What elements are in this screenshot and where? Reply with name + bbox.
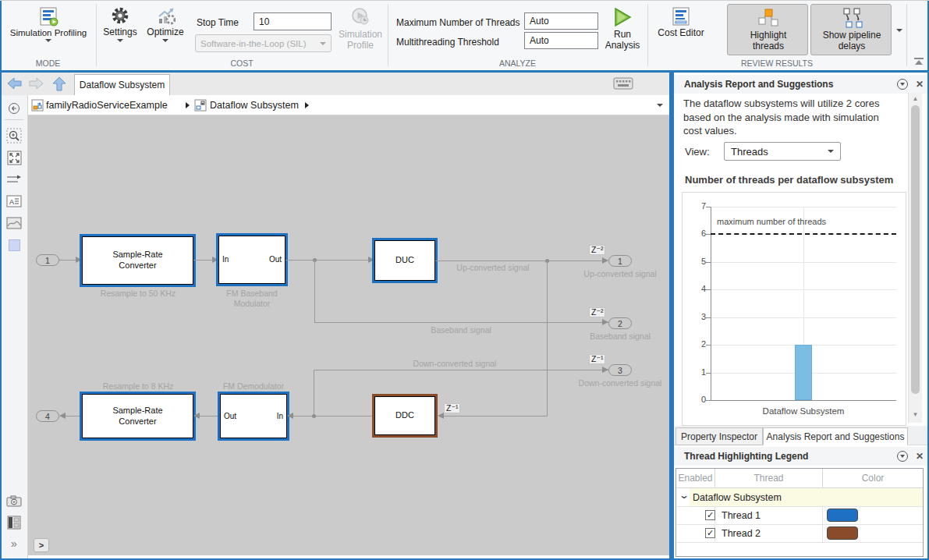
screenshot-tool[interactable] — [6, 493, 22, 509]
breadcrumb-item-subsystem[interactable]: Dataflow Subsystem — [210, 100, 299, 111]
report-scrollbar[interactable]: ▲ ▼ — [908, 93, 922, 423]
signal-line[interactable] — [285, 260, 374, 261]
legend-row-thread-2[interactable]: ✓ Thread 2 — [676, 524, 923, 542]
fit-to-view-tool[interactable] — [6, 150, 22, 165]
outport-2[interactable]: 2 — [608, 317, 632, 329]
breadcrumb-dropdown-caret[interactable] — [657, 104, 663, 107]
threshold-input[interactable] — [524, 32, 598, 49]
viewmarks-tool[interactable] — [6, 515, 22, 530]
outport-1[interactable]: 1 — [608, 255, 632, 267]
camera-icon — [6, 495, 22, 507]
group-expand-chevron[interactable]: ⌄ — [679, 490, 690, 501]
analyze-section-label: ANALYZE — [388, 58, 647, 68]
outport-4-number: 4 — [45, 412, 50, 421]
navigate-back-button[interactable] — [6, 76, 23, 90]
tab-property-inspector[interactable]: Property Inspector — [675, 427, 763, 445]
tab-dataflow-subsystem[interactable]: Dataflow Subsystem — [74, 74, 170, 95]
breadcrumb-chevron[interactable] — [186, 102, 190, 108]
legend-group-row[interactable]: ⌄ Dataflow Subsystem — [676, 488, 923, 506]
annotation-tool[interactable]: A — [6, 193, 22, 209]
cost-editor-button[interactable]: Cost Editor — [654, 6, 708, 39]
stop-time-input[interactable] — [254, 12, 332, 30]
delay-badge: Z⁻² — [589, 307, 605, 317]
thread-2-enabled-checkbox[interactable]: ✓ — [705, 528, 715, 538]
outport-4[interactable]: 4 — [36, 410, 59, 422]
inport-1[interactable]: 1 — [36, 254, 59, 266]
block-caption: Resample to 50 KHz — [101, 289, 176, 298]
block-ddc[interactable]: DDC — [374, 396, 435, 435]
console-prompt-button[interactable]: > — [34, 538, 49, 552]
signal-line[interactable] — [66, 416, 82, 416]
signal-line[interactable] — [314, 370, 314, 416]
signal-line[interactable] — [200, 416, 220, 416]
delay-badge: Z⁻¹ — [444, 403, 460, 413]
hide-browser-button[interactable] — [6, 101, 22, 116]
block-sample-rate-converter-2[interactable]: Sample-Rate Converter — [82, 394, 193, 438]
navigate-up-button[interactable] — [51, 76, 67, 92]
panel-menu-button[interactable] — [897, 79, 908, 90]
show-pipeline-delays-button[interactable]: Show pipeline delays — [810, 4, 892, 55]
signal-line[interactable] — [314, 322, 608, 323]
breadcrumb-item-model[interactable]: familyRadioServiceExample — [46, 100, 168, 111]
cost-section-label: COST — [96, 58, 388, 68]
tab-analysis-report[interactable]: Analysis Report and Suggestions — [763, 427, 908, 445]
keyboard-shortcuts-button[interactable] — [613, 77, 633, 90]
line-arrowhead — [368, 257, 374, 263]
line-arrowhead — [212, 257, 218, 263]
collapse-ribbon-button[interactable] — [913, 58, 924, 67]
column-header-enabled[interactable]: Enabled — [676, 469, 714, 488]
diagram-canvas[interactable]: 1 Sample-Rate Converter Resample to 50 K… — [28, 115, 669, 555]
thread-legend-title: Thread Highlighting Legend — [684, 451, 808, 462]
scrollbar-thumb[interactable] — [911, 105, 920, 394]
area-box-tool[interactable] — [6, 237, 22, 253]
block-fm-demodulator[interactable]: Out In — [220, 394, 287, 438]
max-threads-label: Maximum Number of Threads — [396, 17, 520, 28]
scroll-down-button[interactable]: ▼ — [910, 411, 920, 418]
breadcrumb-chevron[interactable] — [305, 102, 309, 108]
scroll-up-button[interactable]: ▲ — [910, 95, 920, 102]
simulation-profile-button[interactable]: Simulation Profile — [337, 6, 384, 51]
block-sample-rate-converter-1[interactable]: Sample-Rate Converter — [82, 236, 193, 285]
signal-routing-tool[interactable] — [6, 172, 22, 187]
zoom-region-tool[interactable] — [6, 128, 22, 144]
block-fm-baseband-modulator[interactable]: In Out — [218, 236, 285, 284]
view-dropdown[interactable]: Threads — [724, 142, 841, 161]
navigate-forward-button[interactable] — [28, 76, 44, 90]
signal-line[interactable] — [444, 416, 548, 416]
y-tick-label: 4 — [687, 284, 706, 293]
signal-line[interactable] — [314, 260, 315, 322]
thread-1-color-swatch[interactable] — [827, 509, 858, 522]
legend-menu-button[interactable] — [897, 451, 908, 462]
panel-close-button[interactable]: ✕ — [916, 79, 924, 90]
settings-button[interactable]: Settings — [101, 6, 139, 42]
thread-1-enabled-checkbox[interactable]: ✓ — [705, 510, 715, 520]
signal-line[interactable] — [293, 416, 374, 416]
svg-text:A: A — [9, 198, 14, 206]
max-threads-input[interactable] — [524, 12, 598, 30]
review-results-more-button[interactable] — [894, 25, 905, 36]
outport-3[interactable]: 3 — [608, 364, 632, 376]
y-axis-line — [711, 207, 711, 400]
line-arrowhead — [76, 257, 82, 263]
image-annotation-tool[interactable] — [6, 215, 22, 231]
simulation-profiling-button[interactable]: Simulation Profiling — [11, 6, 86, 42]
thread-2-color-swatch[interactable] — [827, 526, 858, 540]
threshold-label: Multithreading Threshold — [396, 37, 499, 48]
review-results-section-label: REVIEW RESULTS — [647, 58, 906, 68]
signal-line[interactable] — [547, 261, 548, 416]
legend-close-button[interactable]: ✕ — [916, 451, 924, 462]
palette-overflow-button[interactable]: » — [6, 536, 22, 551]
optimize-button[interactable]: Optimize — [144, 6, 187, 42]
column-header-thread[interactable]: Thread — [714, 469, 822, 488]
sil-dropdown[interactable]: Software-in-the-Loop (SIL) — [195, 34, 332, 52]
legend-row-thread-1[interactable]: ✓ Thread 1 — [676, 506, 923, 524]
signal-line[interactable] — [314, 370, 608, 370]
line-junction-dot — [312, 414, 316, 418]
block-label: DDC — [395, 410, 414, 421]
column-header-color[interactable]: Color — [822, 469, 923, 488]
signal-line[interactable] — [435, 261, 605, 261]
run-analysis-button[interactable]: Run Analysis — [602, 6, 643, 51]
settings-label: Settings — [103, 27, 137, 37]
highlight-threads-button[interactable]: Highlight threads — [727, 4, 808, 55]
block-duc[interactable]: DUC — [374, 240, 435, 281]
